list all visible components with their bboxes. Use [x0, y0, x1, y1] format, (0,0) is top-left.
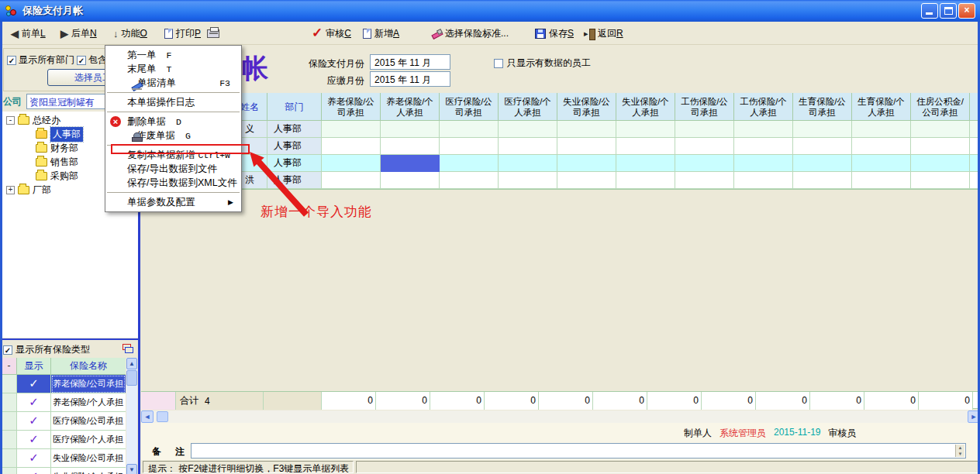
- only-with-data-checkbox[interactable]: [494, 59, 503, 68]
- check-icon[interactable]: ✓: [17, 393, 51, 412]
- scrollbar-thumb[interactable]: [126, 370, 137, 386]
- insurance-column-header[interactable]: 住房公积金/公司承担: [911, 93, 970, 121]
- selected-cell[interactable]: [381, 155, 440, 172]
- value-cells[interactable]: [322, 172, 980, 189]
- swap-panel-icon[interactable]: [122, 344, 133, 353]
- tree-expand-icon[interactable]: -: [6, 116, 15, 125]
- insurance-name[interactable]: 养老保险/公司承担: [51, 375, 126, 393]
- insurance-row[interactable]: ✓ 养老保险/个人承担: [2, 393, 126, 412]
- employee-row[interactable]: 义 人事部: [141, 121, 980, 138]
- menu-item-export-xml[interactable]: 保存/导出数据到XML文件: [105, 176, 241, 190]
- show-all-depts-label: 显示所有部门: [19, 53, 74, 67]
- back-button[interactable]: 返回R: [582, 24, 626, 43]
- audit-button[interactable]: ✓ 审核C: [309, 24, 354, 43]
- next-doc-button[interactable]: ▶ 后单N: [58, 24, 99, 43]
- minimize-button[interactable]: [921, 3, 938, 19]
- menu-item-delete-doc[interactable]: × 删除单据D: [105, 115, 241, 129]
- menu-item-export-file[interactable]: 保存/导出数据到文件: [105, 162, 241, 176]
- menu-item-first-doc[interactable]: 第一单F: [105, 48, 241, 62]
- vertical-scrollbar[interactable]: ▲ ▼: [126, 358, 137, 474]
- window-title: 保险支付月帐: [22, 4, 83, 18]
- tree-expand-icon[interactable]: +: [6, 186, 15, 194]
- horizontal-scrollbar[interactable]: ◄ ►: [141, 410, 980, 423]
- total-value-cell: 0: [430, 392, 485, 410]
- total-value-cell: 0: [864, 392, 919, 410]
- save-button[interactable]: 保存S: [533, 24, 576, 43]
- insurance-column-header[interactable]: 失业保险/公司承担: [557, 93, 616, 121]
- insurance-row[interactable]: ✓ 医疗保险/公司承担: [2, 412, 126, 431]
- insurance-row[interactable]: ✓ 失业保险/公司承担: [2, 449, 126, 468]
- insurance-column-header[interactable]: 生育保险/公司承担: [793, 93, 852, 121]
- prev-doc-button[interactable]: ◀ 前单L: [9, 24, 48, 43]
- dept-column-header[interactable]: 部门: [267, 93, 322, 121]
- insurance-column-header[interactable]: 生育保险/个人承担: [852, 93, 911, 121]
- add-button[interactable]: 新增A: [361, 24, 402, 43]
- menu-item-last-doc[interactable]: 末尾单T: [105, 62, 241, 76]
- scroll-down-button[interactable]: ▼: [126, 464, 137, 474]
- total-value-cell: 0: [647, 392, 702, 410]
- name-column-header[interactable]: 保险名称: [51, 358, 126, 375]
- insurance-column-header[interactable]: 养老保险/个人承担: [381, 93, 440, 121]
- menu-item-void-doc[interactable]: 作废单据G: [105, 129, 241, 143]
- prev-doc-icon: ◀: [11, 28, 19, 40]
- insurance-column-header[interactable]: 医疗保险/个人承担: [499, 93, 557, 121]
- title-bar: 保险支付月帐 ×: [0, 0, 980, 22]
- insurance-name[interactable]: 医疗保险/个人承担: [51, 431, 126, 449]
- select-standard-button[interactable]: 选择保险标准...: [429, 24, 511, 43]
- annotation-text: 新增一个导入功能: [261, 203, 372, 221]
- totals-empty-cell: [264, 392, 322, 410]
- scrollbar-thumb[interactable]: [157, 411, 168, 422]
- due-month-input[interactable]: 2015 年 11 月: [370, 71, 450, 87]
- include-checkbox[interactable]: ✓: [77, 56, 86, 65]
- menu-separator: [107, 92, 240, 93]
- check-icon[interactable]: ✓: [17, 412, 51, 431]
- remark-input[interactable]: ▲▼: [191, 443, 966, 459]
- insurance-row[interactable]: ✓ 医疗保险/个人承担: [2, 431, 126, 449]
- only-with-data-label: 只显示有数据的员工: [507, 57, 591, 70]
- status-bar: 提示： 按F2键进行明细切换，F3键显示单据列表: [141, 460, 980, 474]
- print-button[interactable]: 打印P: [162, 24, 222, 43]
- total-value-cell: 0: [376, 392, 430, 410]
- total-value-cell: 0: [756, 392, 810, 410]
- check-icon[interactable]: ✓: [17, 375, 51, 393]
- insurance-row[interactable]: ✓ 养老保险/公司承担: [2, 375, 126, 393]
- remark-spinner[interactable]: ▲▼: [955, 445, 964, 457]
- show-column-header[interactable]: 显示: [17, 358, 51, 375]
- menu-item-operation-log[interactable]: 本单据操作日志: [105, 95, 241, 109]
- check-icon[interactable]: ✓: [17, 449, 51, 468]
- pay-month-input[interactable]: 2015 年 11 月: [370, 54, 450, 70]
- insurance-column-header[interactable]: 医疗保险/公司承担: [440, 93, 499, 121]
- auditor-label: 审核员: [829, 427, 857, 440]
- row-indicator: [2, 375, 17, 393]
- insurance-column-header[interactable]: 养老保险/公司承担: [322, 93, 381, 121]
- value-cells[interactable]: [322, 138, 980, 155]
- show-all-insurance-checkbox[interactable]: ✓: [3, 345, 12, 355]
- insurance-column-header[interactable]: 失业保险/个人承担: [616, 93, 675, 121]
- maximize-button[interactable]: [940, 3, 957, 19]
- insurance-name[interactable]: 养老保险/个人承担: [51, 393, 126, 412]
- insurance-name[interactable]: 医疗保险/公司承担: [51, 412, 126, 431]
- menu-item-doc-list[interactable]: 单据清单F3: [105, 76, 241, 90]
- insurance-column-header[interactable]: 工伤保险/个人承担: [734, 93, 793, 121]
- close-button[interactable]: ×: [958, 3, 975, 19]
- menu-separator: [107, 192, 240, 193]
- check-icon[interactable]: ✓: [17, 468, 51, 474]
- menu-item-doc-params[interactable]: 单据参数及配置▶: [105, 195, 241, 209]
- check-icon[interactable]: ✓: [17, 431, 51, 449]
- scroll-left-button[interactable]: ◄: [141, 410, 154, 423]
- insurance-column-header[interactable]: 工伤保险/公司承担: [675, 93, 734, 121]
- insurance-row[interactable]: ✓ 失业保险/个人承担: [2, 468, 126, 474]
- scroll-up-button[interactable]: ▲: [126, 358, 137, 369]
- company-label: 公司: [3, 95, 22, 108]
- insurance-name[interactable]: 失业保险/个人承担: [51, 468, 126, 474]
- doc-date: 2015-11-19: [774, 427, 821, 440]
- save-icon: [535, 29, 546, 39]
- dept-cell[interactable]: 人事部: [267, 121, 322, 138]
- value-cells[interactable]: [322, 121, 980, 138]
- corner-header[interactable]: -: [2, 358, 17, 375]
- insurance-name[interactable]: 失业保险/公司承担: [51, 449, 126, 468]
- totals-indicator-cell: [141, 392, 176, 410]
- show-all-depts-checkbox[interactable]: ✓: [7, 56, 16, 65]
- functions-menu-button[interactable]: ↓ 功能O: [111, 24, 150, 43]
- insurance-list: ✓ 养老保险/公司承担 ✓ 养老保险/个人承担 ✓ 医疗保险/公司承担: [2, 375, 126, 474]
